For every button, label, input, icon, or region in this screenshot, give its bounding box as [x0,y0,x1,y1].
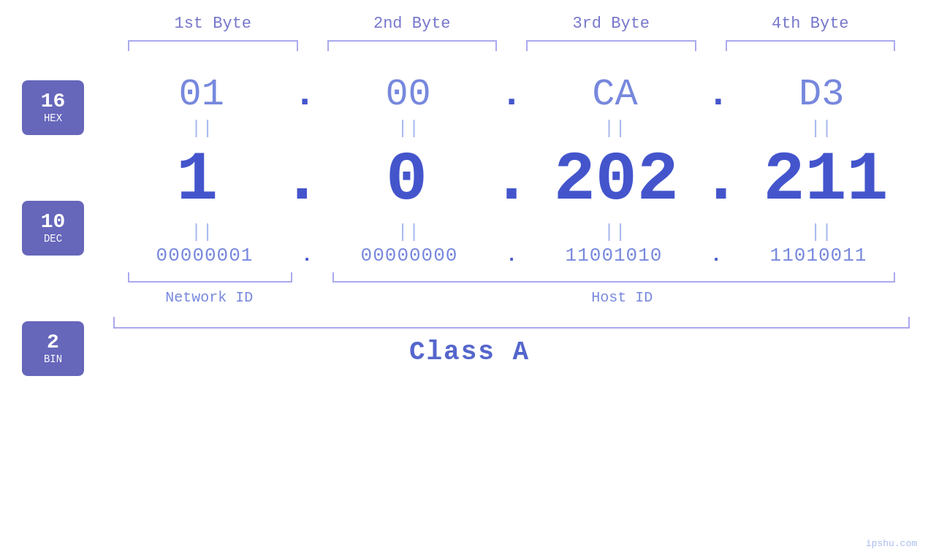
dot-hex-1: . [290,73,320,116]
bin-base: BIN [44,354,62,365]
byte-1-header: 1st Byte [113,15,313,33]
dec-val-4: 211 [742,141,910,220]
bracket-top-4 [726,40,896,51]
dec-badge: 10 DEC [22,201,84,256]
dec-num: 10 [41,211,66,234]
bin-badge: 2 BIN [22,321,84,376]
bracket-top-2 [327,40,498,51]
eq-spacer-6 [704,223,733,242]
bot-bracket-1 [113,272,307,285]
hex-section: 01 . 00 . CA . D3 || || || || [0,66,939,138]
dot-dec-1: . [281,146,323,215]
byte-4-header: 4th Byte [711,15,911,33]
host-id-label: Host ID [335,289,911,306]
labels-column: 16 HEX 10 DEC 2 BIN [22,66,84,376]
dot-bin-1: . [296,245,318,266]
bracket-top-3 [526,40,696,51]
main-container: 1st Byte 2nd Byte 3rd Byte 4th Byte 16 H… [0,0,939,560]
bin-section: 00000001 . 00000000 . 11001010 . 1101001… [0,245,939,306]
bin-data-row: 00000001 . 00000000 . 11001010 . 1101001… [113,245,910,266]
eq-spacer-3 [704,119,733,138]
hex-num: 16 [41,91,66,113]
dec-section: 1 . 0 . 202 . 211 || || || || [0,141,939,242]
segment-labels: Network ID Host ID [113,289,910,306]
byte-headers: 1st Byte 2nd Byte 3rd Byte 4th Byte [113,15,910,33]
hex-val-1: 01 [113,73,290,116]
seg-spacer [305,289,335,306]
bot-bracket-line-234 [332,272,895,283]
bin-val-2: 00000000 [318,245,501,266]
eq-spacer-5 [497,223,526,242]
dot-hex-2: . [496,73,526,116]
dec-val-3: 202 [533,141,701,220]
eq-2-3: || [526,223,704,242]
bracket-cell-3 [512,40,711,55]
network-id-label: Network ID [113,289,305,306]
eq-2-4: || [733,223,911,242]
watermark: ipshu.com [866,538,917,549]
bin-val-3: 11001010 [522,245,705,266]
dot-bin-3: . [705,245,727,266]
bin-val-1: 00000001 [113,245,296,266]
equals-row-2: || || || || [113,223,910,242]
eq-2-2: || [320,223,498,242]
dec-val-2: 0 [323,141,491,220]
bin-num: 2 [47,331,59,354]
dot-bin-2: . [501,245,522,266]
eq-spacer-1 [291,119,320,138]
bracket-top-1 [128,40,298,51]
dec-val-1: 1 [113,141,281,220]
hex-val-2: 00 [320,73,497,116]
dec-data-row: 1 . 0 . 202 . 211 [113,141,910,220]
class-label: Class A [0,337,939,367]
hex-badge: 16 HEX [22,80,84,135]
hex-val-4: D3 [733,73,910,116]
hex-val-3: CA [527,73,704,116]
bracket-cell-4 [711,40,911,55]
bot-bracket-234 [329,272,910,285]
dec-base: DEC [44,234,62,245]
bracket-cell-1 [113,40,313,55]
dot-hex-3: . [703,73,733,116]
eq-spacer-4 [291,223,320,242]
full-bracket [113,317,910,329]
eq-1-2: || [320,119,498,138]
hex-data-row: 01 . 00 . CA . D3 [113,73,910,116]
bin-val-4: 11010011 [727,245,910,266]
dot-dec-3: . [700,146,742,215]
bot-bracket-line-1 [128,272,292,283]
top-bracket-row [113,40,910,55]
eq-2-1: || [113,223,291,242]
eq-1-1: || [113,119,291,138]
byte-3-header: 3rd Byte [512,15,711,33]
equals-row-1: || || || || [113,119,910,138]
eq-spacer-2 [497,119,526,138]
eq-1-3: || [526,119,704,138]
hex-base: HEX [44,113,62,124]
dot-dec-2: . [490,146,532,215]
bottom-bracket-row [113,272,910,285]
eq-1-4: || [733,119,911,138]
content-wrapper: 16 HEX 10 DEC 2 BIN 01 . 00 . CA . [0,66,939,560]
byte-2-header: 2nd Byte [313,15,512,33]
bracket-cell-2 [313,40,512,55]
